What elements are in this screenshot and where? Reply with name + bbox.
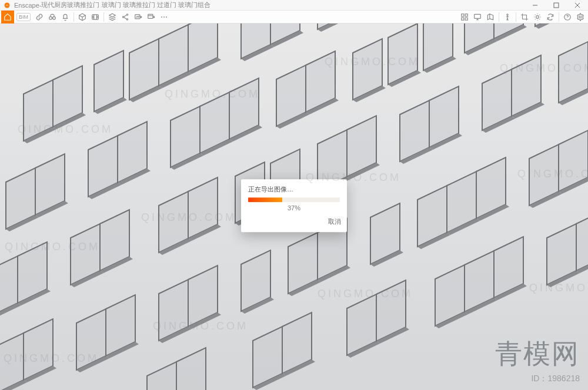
- svg-point-7: [126, 18, 128, 19]
- grid-icon[interactable]: [458, 11, 471, 23]
- svg-point-5: [126, 14, 128, 15]
- package-icon[interactable]: [76, 11, 89, 23]
- ortho-icon[interactable]: [484, 11, 497, 23]
- share-icon[interactable]: [119, 11, 132, 23]
- svg-point-18: [507, 14, 508, 15]
- layers-icon[interactable]: [106, 11, 119, 23]
- crop-icon[interactable]: [518, 11, 531, 23]
- svg-rect-17: [475, 14, 481, 18]
- toolbar: BIM: [0, 11, 588, 23]
- svg-point-11: [163, 16, 165, 18]
- svg-point-10: [161, 16, 162, 18]
- home-button[interactable]: [1, 11, 14, 23]
- monitor-icon[interactable]: [471, 11, 484, 23]
- maximize-button[interactable]: [546, 0, 567, 11]
- svg-point-6: [122, 16, 123, 17]
- document-title: 现代厨房玻璃推拉门 玻璃门 玻璃推拉门 过道门 玻璃门组合: [41, 1, 210, 9]
- svg-point-2: [49, 16, 52, 19]
- sync-icon[interactable]: [544, 11, 557, 23]
- progress-bar: [248, 197, 340, 202]
- export-image-icon[interactable]: [132, 11, 145, 23]
- render-viewport[interactable]: 青模网 ID：1986218 正在导出图像… 37% 取消 QINGMO.COM…: [0, 23, 588, 390]
- man-standing-icon[interactable]: [501, 11, 514, 23]
- svg-rect-14: [465, 14, 467, 16]
- bim-badge: BIM: [16, 13, 31, 21]
- svg-rect-13: [462, 14, 464, 16]
- close-button[interactable]: [567, 0, 588, 11]
- title-bar: Enscape - 现代厨房玻璃推拉门 玻璃门 玻璃推拉门 过道门 玻璃门组合: [0, 0, 588, 11]
- dialog-title: 正在导出图像…: [248, 185, 340, 194]
- svg-point-21: [579, 16, 582, 18]
- svg-rect-9: [148, 14, 153, 18]
- svg-rect-4: [92, 14, 99, 19]
- film-icon[interactable]: [89, 11, 102, 23]
- binoculars-icon[interactable]: [46, 11, 59, 23]
- app-name: Enscape: [14, 2, 39, 9]
- svg-rect-15: [462, 18, 464, 20]
- svg-point-12: [166, 16, 167, 18]
- ellipsis-icon[interactable]: [158, 11, 171, 23]
- progress-bar-fill: [248, 197, 282, 202]
- minimize-button[interactable]: [524, 0, 546, 11]
- export-web-icon[interactable]: [145, 11, 158, 23]
- svg-point-3: [53, 16, 56, 19]
- bell-icon[interactable]: [59, 11, 72, 23]
- svg-point-19: [536, 15, 539, 18]
- progress-percent: 37%: [248, 204, 340, 211]
- brand-watermark: 青模网: [495, 336, 580, 372]
- export-progress-dialog: 正在导出图像… 37% 取消: [241, 179, 347, 232]
- app-icon: [2, 1, 12, 10]
- svg-rect-16: [465, 18, 467, 20]
- link-icon[interactable]: [33, 11, 46, 23]
- model-id-label: ID：1986218: [531, 374, 580, 384]
- help-icon[interactable]: [561, 11, 574, 23]
- sun-icon[interactable]: [531, 11, 544, 23]
- cancel-button[interactable]: 取消: [328, 217, 341, 226]
- settings-icon[interactable]: [574, 11, 587, 23]
- svg-rect-1: [554, 3, 559, 8]
